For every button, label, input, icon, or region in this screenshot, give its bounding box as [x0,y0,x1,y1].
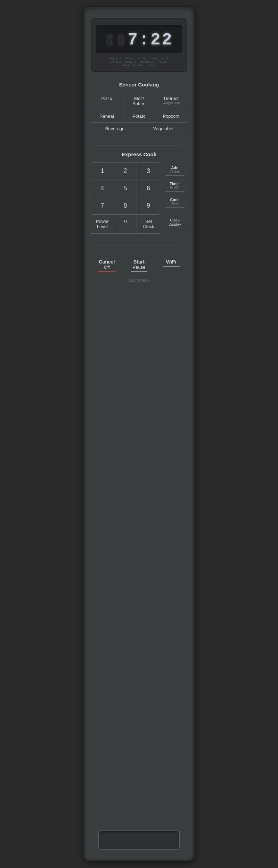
cancel-label: Cancel [93,259,121,265]
wifi-button[interactable]: WiFi [155,254,187,277]
bottom-left-buttons: PowerLevel 0 SetClock [91,215,160,234]
clock-digits: ▯▯7:22 [101,29,177,49]
status-mute: MUTE [160,57,169,60]
sensor-bottom-row: Beverage Vegetable [91,123,187,135]
status-lock: LOCK [148,64,156,67]
button-7[interactable]: 7 [91,197,114,214]
timer-on-off-button[interactable]: Timer On/Off [162,178,187,194]
control-row: Cancel Off Start Pause WiFi [91,254,187,277]
door-unlock-label: Door Unlock [91,278,187,282]
button-4[interactable]: 4 [91,180,114,197]
beverage-button[interactable]: Beverage [91,123,139,135]
side-buttons: Add 30 Sec Timer On/Off Cook Time [162,162,187,215]
popcorn-button[interactable]: Popcorn [155,110,187,123]
button-1[interactable]: 1 [91,162,114,180]
button-8[interactable]: 8 [114,197,137,214]
express-cook-header: Express Cook [91,151,187,157]
status-weight: WEIGHT [124,60,137,64]
clock-display-button[interactable]: ClockDisplay [162,215,187,230]
number-pad: 1 2 3 4 5 6 7 8 9 [91,162,160,215]
clock-display: ▯▯7:22 [96,25,182,53]
status-labels: SENSOR AUTO COOK TIME MUTE STEAM WEIGHT … [96,56,182,67]
control-section: Cancel Off Start Pause WiFi Door Unlock [91,254,187,282]
cancel-sub: Off [93,265,121,270]
sensor-button-grid: Pizza Melt/Soften DefrostWeight/Time Reh… [91,92,187,123]
status-row-2: STEAM WEIGHT DEFROST TIMER [97,60,181,64]
button-6[interactable]: 6 [137,180,160,197]
set-clock-button[interactable]: SetClock [137,215,160,234]
clock-dim-left: ▯▯ [105,31,128,49]
button-5[interactable]: 5 [114,180,137,197]
button-2[interactable]: 2 [114,162,137,180]
status-melt-soften: MELT / SOFTEN [122,64,145,67]
button-3[interactable]: 3 [137,162,160,180]
power-level-button[interactable]: PowerLevel [91,215,114,234]
sensor-cooking-header: Sensor Cooking [91,82,187,87]
status-defrost: DEFROST [140,60,155,64]
cancel-underline [98,271,115,272]
start-sub: Pause [125,265,153,270]
display-area: ▯▯7:22 SENSOR AUTO COOK TIME MUTE STEAM … [91,18,187,72]
numpad-container: 1 2 3 4 5 6 7 8 9 Add 30 Sec [91,162,187,215]
express-cook-section: Express Cook 1 2 3 4 5 6 7 8 9 Add [91,151,187,234]
defrost-button[interactable]: DefrostWeight/Time [155,92,187,110]
status-time: TIME [149,57,157,60]
pizza-button[interactable]: Pizza [91,92,123,110]
door-handle-area [91,810,187,850]
start-label: Start [125,259,153,265]
divider-1 [96,145,182,146]
status-row-1: SENSOR AUTO COOK TIME MUTE [97,57,181,60]
sensor-cooking-section: Sensor Cooking Pizza Melt/Soften Defrost… [91,82,187,135]
cook-time-button[interactable]: Cook Time [162,194,187,210]
status-auto: AUTO [125,57,134,60]
status-sensor: SENSOR [109,57,122,60]
start-underline [131,271,147,272]
wifi-label: WiFi [157,259,185,265]
reheat-button[interactable]: Reheat [91,110,123,123]
status-row-3: MELT / SOFTEN LOCK [97,64,181,67]
button-9[interactable]: 9 [137,197,160,214]
wifi-underline [163,266,179,267]
button-0[interactable]: 0 [114,215,137,234]
bottom-numpad-row: PowerLevel 0 SetClock ClockDisplay [91,215,187,234]
clock-display-side: ClockDisplay [162,215,187,234]
microwave-panel: ▯▯7:22 SENSOR AUTO COOK TIME MUTE STEAM … [83,7,195,861]
status-timer: TIMER [158,60,167,64]
door-handle[interactable] [98,831,180,850]
potato-button[interactable]: Potato [123,110,155,123]
vegetable-button[interactable]: Vegetable [139,123,187,135]
start-pause-button[interactable]: Start Pause [123,254,155,277]
status-cook: COOK [137,57,146,60]
melt-soften-button[interactable]: Melt/Soften [123,92,155,110]
status-steam: STEAM [111,60,121,64]
cancel-off-button[interactable]: Cancel Off [91,254,123,277]
add-30sec-button[interactable]: Add 30 Sec [162,162,187,178]
divider-2 [96,244,182,244]
